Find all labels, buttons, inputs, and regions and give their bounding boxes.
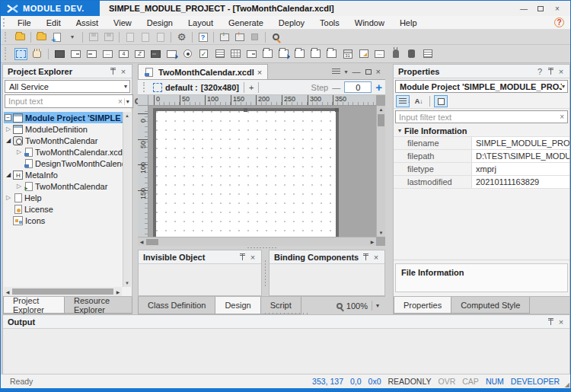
pin-icon[interactable] (545, 67, 556, 76)
number-widget-icon[interactable]: 4 (117, 48, 130, 60)
property-box-view-icon[interactable] (434, 95, 448, 107)
tree-item-twomonthcalendar-xcdl[interactable]: ▷ TwoMonthCalendar.xcdl (4, 146, 123, 158)
folder-open-icon[interactable] (35, 31, 48, 43)
scroll-left-icon[interactable]: ◀ (138, 239, 145, 244)
expander-collapsed-icon[interactable]: ▷ (14, 183, 24, 190)
checkbox-widget-icon[interactable]: ✓ (197, 48, 210, 60)
resize-handle-top[interactable] (244, 108, 247, 112)
textfield-widget-icon[interactable] (69, 48, 82, 60)
frame-widget-icon[interactable] (309, 48, 322, 60)
expander-collapsed-icon[interactable]: ▷ (4, 126, 13, 132)
vertical-splitter[interactable] (262, 250, 269, 296)
tab-resource-explorer[interactable]: Resource Explorer (64, 297, 132, 314)
tab-twomonthcalendar-xcdl[interactable]: TwoMonthCalendar.xcdl × (138, 64, 268, 79)
expander-collapsed-icon[interactable]: ▷ (4, 194, 13, 201)
tree-item-twomonthcalendar[interactable]: ◢ TwoMonthCalendar (4, 135, 123, 146)
property-row-filename[interactable]: filename SIMPLE_MODULE_PROJECT (394, 137, 569, 150)
scroll-right-icon[interactable]: ▶ (368, 239, 376, 244)
tree-vertical-scrollbar[interactable]: ▲ ▼ (123, 112, 131, 287)
menu-file[interactable]: File (10, 16, 39, 30)
menu-view[interactable]: View (106, 16, 139, 30)
property-row-lastmodified[interactable]: lastmodified 20210111163829 (394, 176, 569, 189)
help-doc-icon[interactable]: ? (196, 31, 209, 43)
ellipsis-widget-icon[interactable] (373, 48, 386, 60)
chevron-down-icon[interactable]: ▾ (124, 98, 131, 105)
menu-help[interactable]: Help (392, 16, 425, 30)
pin-icon[interactable] (545, 317, 556, 327)
toolbar-grip[interactable] (5, 47, 8, 59)
new-file-icon[interactable] (50, 31, 63, 43)
close-button[interactable]: × (550, 3, 564, 14)
tab-design[interactable]: Design (215, 297, 260, 314)
resize-grip-icon[interactable]: ◢ (565, 381, 569, 388)
paste-icon[interactable] (154, 31, 167, 43)
button-widget-icon[interactable] (53, 48, 66, 60)
tab-close-icon[interactable]: × (257, 68, 262, 77)
scroll-up-icon[interactable]: ▲ (123, 112, 131, 120)
property-row-filetype[interactable]: filetype xmprj (394, 163, 569, 176)
select-tool-icon[interactable] (14, 48, 27, 60)
step-input[interactable] (344, 81, 372, 93)
chevron-down-icon[interactable]: ▾ (345, 69, 348, 75)
scrollbar-thumb[interactable] (378, 114, 384, 126)
package-icon[interactable] (233, 31, 246, 43)
close-icon[interactable]: × (371, 253, 381, 262)
tree-item-moduledefinition[interactable]: ▷ ModuleDefinition (4, 123, 123, 135)
window-list-icon[interactable] (332, 69, 340, 75)
pan-tool-icon[interactable] (30, 48, 43, 60)
alphabetical-sort-icon[interactable]: A (412, 95, 426, 107)
collapse-box-icon[interactable]: − (5, 114, 11, 121)
memo-widget-icon[interactable] (325, 48, 338, 60)
resize-handle-top-right[interactable] (335, 108, 339, 112)
section-file-information[interactable]: ▾ File Information (394, 125, 569, 137)
search-icon[interactable] (270, 31, 282, 43)
scroll-down-icon[interactable]: ▼ (123, 279, 131, 287)
tab-properties[interactable]: Properties (394, 297, 451, 314)
clear-icon[interactable]: × (560, 113, 564, 121)
menu-generate[interactable]: Generate (221, 16, 271, 30)
menubar-grip[interactable] (3, 18, 7, 27)
object-selector-combo[interactable]: Module Project 'SIMPLE_MODULE_PROJECT' (… (395, 80, 568, 93)
zoom-dropdown-icon[interactable]: ▾ (376, 302, 379, 309)
step-decrease-button[interactable]: — (332, 83, 340, 92)
expander-collapsed-icon[interactable]: ▷ (14, 148, 24, 155)
tree-search-box[interactable]: × ▾ (5, 94, 133, 108)
cut-icon[interactable] (123, 31, 136, 43)
tree-item-license[interactable]: License (4, 203, 123, 215)
menu-tools[interactable]: Tools (312, 16, 347, 30)
tree-item-module-project[interactable]: − Module Project 'SIMPLE_MODULE_PROJECT' (4, 112, 123, 123)
add-form-button[interactable]: + (249, 83, 254, 92)
panel-widget-icon[interactable] (149, 48, 162, 60)
plug-widget-icon[interactable] (389, 48, 402, 60)
tab-project-explorer[interactable]: Project Explorer (3, 297, 65, 314)
settings-gear-icon[interactable]: ⚙ (175, 31, 188, 43)
canvas-vertical-scrollbar[interactable]: ▲ ▼ (376, 106, 385, 237)
panel-help-icon[interactable]: ? (534, 67, 545, 76)
tree-item-metainfo-twomonthcalendar[interactable]: ▷ TwoMonthCalendar (4, 180, 123, 192)
container-select-widget-icon[interactable] (277, 48, 290, 60)
save-icon[interactable] (87, 31, 100, 43)
tree-item-icons[interactable]: Icons (4, 215, 123, 226)
help-icon[interactable]: ? (554, 18, 564, 27)
panel-select-widget-icon[interactable] (165, 48, 178, 60)
install-icon[interactable] (218, 31, 231, 43)
service-filter-combo[interactable]: All Service ▾ (5, 80, 130, 93)
zoom-level[interactable]: 100% (346, 301, 368, 311)
doc-close-icon[interactable]: × (376, 67, 381, 76)
radio-widget-icon[interactable] (181, 48, 194, 60)
calendar-widget-icon[interactable]: 31 (341, 48, 354, 60)
menu-deploy[interactable]: Deploy (271, 16, 312, 30)
copy-icon[interactable] (139, 31, 152, 43)
tree-item-design-js[interactable]: DesignTwoMonthCalendar.js (4, 158, 123, 169)
close-icon[interactable]: × (247, 253, 258, 262)
toolbar-grip[interactable] (143, 82, 147, 92)
step-increase-button[interactable]: + (375, 81, 382, 93)
expander-expanded-icon[interactable]: ◢ (4, 171, 13, 178)
stop-icon[interactable] (248, 31, 261, 43)
close-icon[interactable]: × (556, 67, 566, 76)
scroll-right-icon[interactable]: ▶ (114, 289, 122, 295)
form-selection-frame[interactable] (153, 108, 339, 237)
tree-item-help[interactable]: ▷ Help (4, 192, 123, 203)
minimize-button[interactable]: — (517, 3, 531, 14)
scroll-down-icon[interactable]: ▼ (377, 229, 385, 237)
